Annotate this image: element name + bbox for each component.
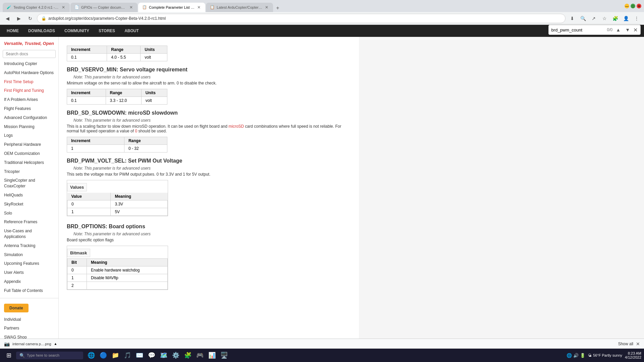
- download-bar-close[interactable]: ✕: [636, 341, 640, 347]
- taskbar-app-explorer[interactable]: 📁: [110, 350, 121, 352]
- sidebar-item-first-flight[interactable]: First Flight and Tuning: [0, 86, 58, 95]
- nav-community[interactable]: COMMUNITY: [63, 26, 91, 36]
- tab-2-close[interactable]: ✕: [129, 4, 133, 10]
- sidebar-item-flight-features[interactable]: Flight Features: [0, 104, 58, 113]
- tab-1[interactable]: 🧪 Testing Copter 4.2.0 rc1 - Pre-Ar... ✕: [3, 3, 70, 12]
- find-close-button[interactable]: ✕: [633, 27, 638, 33]
- sidebar-item-full-toc[interactable]: Full Table of Contents: [0, 286, 58, 295]
- sidebar-item-peripheral[interactable]: Peripheral Hardware: [0, 140, 58, 149]
- back-button[interactable]: ◀: [3, 14, 12, 23]
- sidebar-item-advanced-config[interactable]: Advanced Configuration: [0, 113, 58, 122]
- new-tab-button[interactable]: +: [274, 4, 282, 12]
- sidebar-divider-1: [0, 298, 58, 298]
- sidebar-item-oem[interactable]: OEM Customization: [0, 149, 58, 158]
- start-button[interactable]: ⊞: [3, 349, 15, 352]
- sidebar-item-antenna-tracking[interactable]: Antenna Tracking: [0, 241, 58, 250]
- nav-downloads[interactable]: DOWNLOADS: [27, 26, 56, 36]
- sidebar-item-reference-frames[interactable]: Reference Frames: [0, 218, 58, 227]
- profile-icon[interactable]: 👤: [621, 14, 631, 23]
- close-button[interactable]: ✕: [637, 4, 641, 8]
- download-chevron[interactable]: ▲: [54, 342, 57, 346]
- sidebar-item-upcoming-features[interactable]: Upcoming Features: [0, 259, 58, 268]
- download-filename: internal camera p....png: [12, 342, 51, 346]
- th-range: Range: [106, 89, 141, 97]
- reload-button[interactable]: ↻: [25, 14, 35, 23]
- taskbar-app-ext3[interactable]: 📊: [207, 350, 217, 352]
- tab-2[interactable]: 📄 GPIOs — Copter documentation ✕: [70, 3, 138, 12]
- clock[interactable]: 8:23 AM 4/12/2022: [625, 351, 641, 352]
- taskbar-search[interactable]: 🔍 Type here to search: [16, 352, 83, 352]
- th-increment: Increment: [67, 137, 124, 145]
- sidebar-donate-partners[interactable]: Partners: [0, 324, 58, 333]
- sidebar-item-solo[interactable]: Solo: [0, 209, 58, 218]
- sidebar-item-if-problem[interactable]: If A Problem Arises: [0, 95, 58, 104]
- maximize-button[interactable]: □: [631, 4, 635, 8]
- sidebar-item-logs[interactable]: Logs: [0, 131, 58, 140]
- taskbar-app-edge[interactable]: 🌐: [86, 350, 97, 352]
- sidebar-item-simulation[interactable]: Simulation: [0, 250, 58, 259]
- sidebar-item-user-alerts[interactable]: User Alerts: [0, 268, 58, 277]
- sidebar-item-mission-planning[interactable]: Mission Planning: [0, 122, 58, 131]
- donate-button[interactable]: Donate: [4, 304, 29, 312]
- sidebar-item-introducing-copter[interactable]: Introducing Copter: [0, 59, 58, 68]
- bookmark-icon[interactable]: ☆: [600, 14, 609, 23]
- nav-stores[interactable]: STORES: [97, 26, 116, 36]
- find-next-button[interactable]: ▼: [624, 26, 631, 33]
- values-label: Values: [67, 183, 87, 191]
- sidebar-donate-individual[interactable]: Individual: [0, 315, 58, 324]
- taskbar-app-settings[interactable]: ⚙️: [170, 350, 181, 352]
- values-wrapper: Values Value Meaning 0 3.3V: [67, 178, 351, 218]
- td-units: volt: [141, 54, 167, 61]
- taskbar-app-chrome[interactable]: 🔵: [98, 350, 109, 352]
- taskbar-app-ext4[interactable]: 🖥️: [219, 350, 229, 352]
- sidebar-item-skyrocket[interactable]: SkyRocket: [0, 200, 58, 209]
- desc-vservo-min: Minimum voltage on the servo rail to all…: [67, 81, 351, 85]
- sidebar-item-first-time-setup[interactable]: First Time Setup: [0, 77, 58, 86]
- site-navbar: HOME DOWNLOADS COMMUNITY STORES ABOUT: [0, 25, 644, 37]
- sidebar-item-heliquads[interactable]: HeliQuads: [0, 191, 58, 200]
- docs-search-input[interactable]: [3, 50, 56, 58]
- taskbar-app-teams[interactable]: 💬: [146, 350, 157, 352]
- show-all-button[interactable]: Show all: [618, 342, 633, 346]
- taskbar-app-maps[interactable]: 🗺️: [158, 350, 169, 352]
- minimize-button[interactable]: —: [625, 4, 629, 8]
- th-range: Range: [124, 137, 167, 145]
- desc-brd-options: Board specific option flags: [67, 238, 351, 242]
- sidebar-item-autopilot[interactable]: AutoPilot Hardware Options: [0, 68, 58, 77]
- tab-1-close[interactable]: ✕: [61, 4, 66, 10]
- taskbar-app-media[interactable]: 🎵: [122, 350, 133, 352]
- downloads-icon[interactable]: ⬇: [568, 14, 577, 23]
- tab-4-favicon: 📋: [210, 5, 215, 10]
- share-icon[interactable]: ↗: [589, 14, 598, 23]
- sd-slowdown-table: Increment Range 1 0 - 32: [67, 137, 167, 153]
- sidebar-item-use-cases[interactable]: Use-Cases and Applications: [0, 227, 58, 241]
- note-vservo-min: Note: This parameter is for advanced use…: [73, 75, 351, 79]
- taskbar-right: 🌐 🔊 🔋 🌤 56°F Partly sunny 8:23 AM 4/12/2…: [567, 351, 641, 352]
- taskbar-app-ext2[interactable]: 🎮: [195, 350, 205, 352]
- td-meaning: Disable MAVftp: [87, 274, 167, 282]
- url-text[interactable]: ardupilot.org/copter/docs/parameters-Cop…: [48, 16, 166, 21]
- th-bit: Bit: [67, 259, 87, 266]
- url-bar[interactable]: 🔒 ardupilot.org/copter/docs/parameters-C…: [37, 14, 566, 23]
- section-title-vservo-min: BRD_VSERVO_MIN: Servo voltage requiremen…: [67, 67, 351, 73]
- find-previous-button[interactable]: ▲: [614, 26, 622, 33]
- tab-4-close[interactable]: ✕: [264, 4, 269, 10]
- sidebar-item-tricopter[interactable]: Tricopter: [0, 167, 58, 176]
- sidebar-item-appendix[interactable]: Appendix: [0, 277, 58, 286]
- taskbar-app-ext1[interactable]: 🧩: [182, 350, 193, 352]
- nav-home[interactable]: HOME: [5, 26, 20, 36]
- td-bit: 0: [67, 266, 87, 274]
- tab-4[interactable]: 📋 Latest ArduCopter/Copter 4.2 to... ✕: [206, 3, 273, 12]
- tab-3[interactable]: 📋 Complete Parameter List — Cop... ✕: [138, 3, 205, 12]
- extension-icon[interactable]: 🧩: [610, 14, 620, 23]
- nav-about[interactable]: ABOUT: [123, 26, 140, 36]
- sidebar-item-singlecopter[interactable]: SingleCopter and CoaxCopter: [0, 176, 58, 191]
- menu-icon[interactable]: ⋮: [632, 14, 641, 23]
- tab-3-close[interactable]: ✕: [197, 4, 201, 10]
- find-input[interactable]: [551, 27, 605, 33]
- search-icon[interactable]: 🔍: [578, 14, 588, 23]
- sidebar-item-traditional-heli[interactable]: Traditional Helicopters: [0, 158, 58, 167]
- taskbar-app-mail[interactable]: ✉️: [134, 350, 145, 352]
- th-range: Range: [107, 46, 141, 54]
- forward-button[interactable]: ▶: [14, 14, 23, 23]
